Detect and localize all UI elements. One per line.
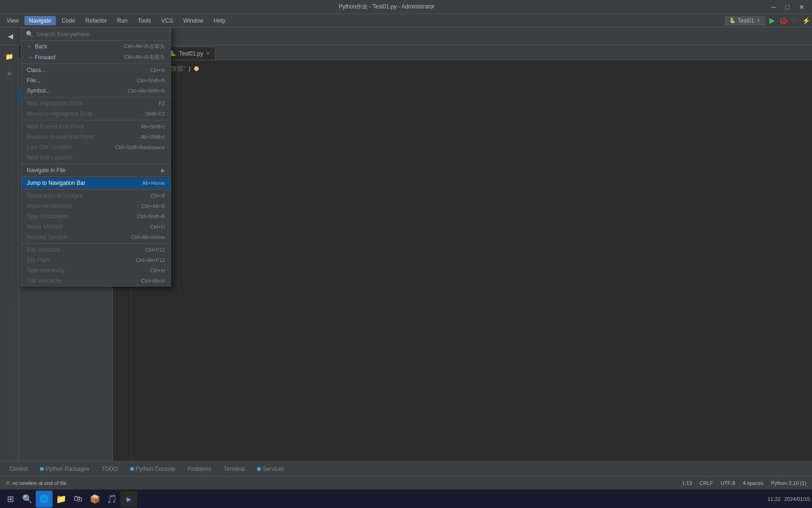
dropdown-prev-emmet[interactable]: Previous Emmet Edit Point Alt+Shift+{	[21, 132, 171, 142]
class-label: Class...	[27, 67, 46, 73]
taskbar-app1-button[interactable]: 🎵	[103, 491, 120, 508]
maximize-button[interactable]: □	[783, 3, 792, 11]
dropdown-file-structure[interactable]: File Structure Ctrl+F12	[21, 245, 171, 255]
taskbar-edge-button[interactable]: 🌐	[36, 491, 53, 508]
status-indent[interactable]: 4 spaces	[741, 479, 765, 487]
back-button[interactable]: ◀	[4, 30, 17, 43]
status-encoding[interactable]: UTF-8	[719, 479, 737, 487]
bottom-tab-control[interactable]: Control	[4, 464, 33, 474]
run-button[interactable]: ▶	[769, 16, 775, 25]
file-shortcut: Ctrl+Shift+N	[137, 78, 165, 83]
dropdown-next-error[interactable]: Next Highlighted Error F2	[21, 98, 171, 109]
profile-button[interactable]: ⚡	[802, 17, 810, 24]
editor-content[interactable]: 1 print ( '大数据' )	[113, 60, 812, 461]
dropdown-next-emmet[interactable]: Next Emmet Edit Point Alt+Shift+}	[21, 121, 171, 132]
menu-help[interactable]: Help	[209, 16, 230, 25]
menu-window[interactable]: Window	[179, 16, 208, 25]
dropdown-forward[interactable]: → Forward Ctrl+Alt+向右箭头	[21, 52, 171, 63]
status-python-version[interactable]: Python 3.10 (1)	[769, 479, 808, 487]
code-area[interactable]: print ( '大数据' )	[132, 60, 812, 461]
dropdown-related-symbol[interactable]: Related Symbol... Ctrl+Alt+Home	[21, 232, 171, 242]
dropdown-navigate-in-file[interactable]: Navigate in File ▶	[21, 165, 171, 175]
todo-label: TODO	[102, 466, 117, 472]
taskbar-start-button[interactable]: ⊞	[2, 491, 19, 508]
status-position[interactable]: 1:13	[680, 479, 694, 487]
type-hierarchy-label: Type Hierarchy	[27, 267, 65, 274]
dropdown-call-hierarchy[interactable]: Call Hierarchy Ctrl+Alt+H	[21, 276, 171, 286]
file-path-label: File Path	[27, 257, 49, 263]
dropdown-file-path[interactable]: File Path Ctrl+Alt+F12	[21, 255, 171, 265]
status-line-ending[interactable]: CRLF	[698, 479, 715, 487]
titlebar: Python作业 - Test01.py - Administrator ─ □…	[0, 0, 812, 14]
tab-test01-close[interactable]: ✕	[206, 51, 210, 56]
super-method-label: Super Method	[27, 223, 62, 230]
dropdown-file[interactable]: File... Ctrl+Shift+N	[21, 75, 171, 86]
declaration-shortcut: Ctrl+B	[150, 193, 165, 198]
divider-5	[21, 176, 171, 177]
bottom-tab-python-packages[interactable]: Python Packages	[34, 464, 95, 474]
bottom-tab-terminal[interactable]: Terminal	[218, 464, 250, 474]
super-method-shortcut: Ctrl+U	[150, 224, 165, 230]
dropdown-symbol[interactable]: Symbol... Ctrl+Alt+Shift+N	[21, 86, 171, 96]
last-edit-label: Last Edit Location	[27, 144, 71, 151]
bottom-tab-python-console[interactable]: Python Console	[125, 464, 181, 474]
bottom-tab-problems[interactable]: Problems	[182, 464, 217, 474]
dropdown-type-hierarchy[interactable]: Type Hierarchy Ctrl+H	[21, 265, 171, 276]
type-hierarchy-shortcut: Ctrl+H	[150, 268, 165, 273]
dropdown-last-edit[interactable]: Last Edit Location Ctrl+Shift+Backspace	[21, 142, 171, 152]
dropdown-back[interactable]: ← Back Ctrl+Alt+向左箭头	[21, 41, 171, 52]
menu-code[interactable]: Code	[57, 16, 80, 25]
tabs-bar: 🐍 main.py ✕ 🐍 Test01.py ✕	[113, 45, 812, 60]
related-symbol-label: Related Symbol...	[27, 234, 71, 240]
dropdown-next-edit[interactable]: Next Edit Location	[21, 152, 171, 163]
menu-view[interactable]: View	[2, 16, 23, 25]
edge-icon: 🌐	[39, 494, 49, 503]
call-hierarchy-shortcut: Ctrl+Alt+H	[141, 278, 165, 284]
menu-run[interactable]: Run	[112, 16, 132, 25]
dropdown-type-decl[interactable]: Type Declaration Ctrl+Shift+B	[21, 211, 171, 222]
coverage-button[interactable]: 🛡	[792, 17, 798, 24]
pycharm-icon: ▶	[126, 495, 132, 503]
dropdown-super-method[interactable]: Super Method Ctrl+U	[21, 222, 171, 232]
taskbar-search-button[interactable]: 🔍	[19, 491, 36, 508]
toolbar-right: 🐍 Test01 ▼ ▶ 🐞 🛡 ⚡	[725, 16, 810, 25]
dropdown-declaration[interactable]: Declaration or Usages Ctrl+B	[21, 190, 171, 201]
class-shortcut: Ctrl+N	[150, 67, 165, 73]
taskbar-pycharm-button[interactable]: ▶	[120, 491, 137, 508]
debug-button[interactable]: 🐞	[779, 16, 788, 25]
file-structure-label: File Structure	[27, 246, 60, 253]
sidebar-project-icon[interactable]: 📁	[2, 49, 17, 64]
dropdown-prev-error[interactable]: Previous Highlighted Error Shift+F2	[21, 109, 171, 119]
menu-vcs[interactable]: VCS	[156, 16, 178, 25]
tab-test01[interactable]: 🐍 Test01.py ✕	[164, 47, 216, 60]
declaration-label: Declaration or Usages	[27, 192, 83, 199]
minimize-button[interactable]: ─	[769, 3, 779, 11]
encoding-value: UTF-8	[721, 480, 735, 486]
taskbar-time: 11:22	[767, 496, 781, 502]
next-emmet-shortcut: Alt+Shift+}	[141, 124, 165, 129]
bottom-tab-todo[interactable]: TODO	[96, 464, 123, 474]
run-config[interactable]: 🐍 Test01 ▼	[725, 16, 765, 25]
position-value: 1:13	[682, 480, 692, 486]
sidebar-structure-icon[interactable]: ≡	[2, 66, 17, 81]
taskbar-explorer-button[interactable]: 📁	[53, 491, 70, 508]
call-hierarchy-label: Call Hierarchy	[27, 278, 62, 284]
status-error-msg[interactable]: ⚠ no newline at end of file	[4, 479, 69, 487]
dropdown-class[interactable]: Class... Ctrl+N	[21, 65, 171, 75]
bottom-tab-services[interactable]: Services	[251, 464, 290, 474]
dropdown-jump-nav[interactable]: Jump to Navigation Bar Alt+Home	[21, 178, 171, 188]
forward-arrow-icon: →	[27, 54, 33, 61]
control-tab-label: Control	[9, 466, 28, 472]
dropdown-implementation[interactable]: Implementation(s) Ctrl+Alt+B	[21, 201, 171, 211]
terminal-label: Terminal	[224, 466, 245, 472]
menu-refactor[interactable]: Refactor	[81, 16, 111, 25]
taskbar-right: 11:22 2024/01/15	[767, 496, 810, 502]
search-input[interactable]	[36, 31, 166, 38]
code-paren-close: )	[188, 65, 192, 72]
taskbar-store-button[interactable]: 🛍	[70, 491, 86, 508]
menu-tools[interactable]: Tools	[133, 16, 156, 25]
search-icon: 🔍	[26, 31, 33, 38]
menu-navigate[interactable]: Navigate	[24, 16, 56, 25]
taskbar-office-button[interactable]: 📦	[86, 491, 103, 508]
close-button[interactable]: ✕	[796, 3, 807, 11]
